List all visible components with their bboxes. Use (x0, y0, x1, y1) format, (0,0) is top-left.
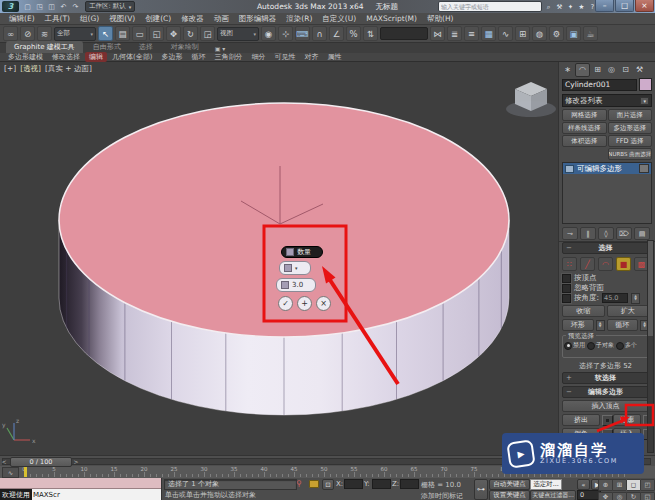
use-center-icon[interactable]: ◉ (261, 26, 276, 41)
grow-button[interactable]: 扩大 (607, 305, 650, 317)
undo-icon[interactable]: ↶ (58, 2, 69, 12)
create-tab-icon[interactable]: ∗ (561, 64, 574, 76)
modifier-stack[interactable]: 可编辑多边形 (562, 162, 652, 224)
select-object-icon[interactable]: ↖ (98, 26, 113, 41)
preview-selection-radio[interactable]: 多个 (616, 341, 637, 350)
render-setup-icon[interactable]: ⚙ (549, 26, 564, 41)
ribbon-panel-item[interactable]: 对齐 (300, 52, 322, 62)
max-logo-icon[interactable]: 3 (2, 1, 19, 12)
modifier-list-dropdown[interactable]: 修改器列表 ▾ (562, 94, 652, 107)
layer-manager-icon[interactable]: ≡ (464, 26, 479, 41)
remove-modifier-icon[interactable]: ⌦ (616, 227, 632, 240)
shrink-button[interactable]: 收缩 (562, 305, 605, 317)
soft-selection-rollout-header[interactable]: + 软选择 (562, 372, 649, 384)
absolute-offset-toggle-icon[interactable]: ⊡ (322, 479, 334, 490)
preview-selection-radio[interactable]: 禁用 (564, 341, 585, 350)
caddy-amount-field[interactable]: 3.0 (276, 278, 316, 292)
select-move-icon[interactable]: ✥ (166, 26, 181, 41)
modifier-set-button[interactable]: 网格选择 (562, 109, 607, 121)
previous-frame-icon[interactable]: « (577, 479, 590, 490)
menu-item[interactable]: 动画 (209, 14, 234, 24)
ring-spinner[interactable]: ▲▼ (596, 320, 605, 331)
by-vertex-checkbox[interactable] (562, 274, 571, 283)
selection-set-dropdown[interactable]: 选定对... (530, 479, 562, 490)
ribbon-panel-item[interactable]: 属性 (323, 52, 345, 62)
curve-editor-icon[interactable]: ∿ (498, 26, 513, 41)
stack-toggle-icon[interactable] (639, 164, 649, 173)
maximize-viewport-icon[interactable]: ◱ (640, 492, 655, 500)
orbit-icon[interactable]: ↻ (626, 492, 641, 500)
menu-item[interactable]: 修改器 (176, 14, 209, 24)
spinner-snap-icon[interactable]: ⇅ (363, 26, 378, 41)
pan-icon[interactable]: ✥ (598, 492, 613, 500)
select-rotate-icon[interactable]: ↻ (183, 26, 198, 41)
ribbon-panel-item[interactable]: 修改选择 (48, 52, 84, 62)
current-frame-marker[interactable] (24, 467, 27, 477)
communication-center-icon[interactable]: ✦ (566, 2, 575, 11)
window-crossing-icon[interactable]: ◱ (149, 26, 164, 41)
polygon-subobject-icon[interactable]: ■ (616, 257, 631, 271)
render-production-icon[interactable]: ☕ (583, 26, 598, 41)
menu-item[interactable]: MAXScript(M) (361, 14, 422, 23)
motion-tab-icon[interactable]: ◎ (605, 64, 618, 76)
caddy-cancel-button[interactable]: × (316, 296, 331, 311)
angle-snap-icon[interactable]: ∠ (329, 26, 344, 41)
caddy-ok-button[interactable]: ✓ (278, 296, 293, 311)
preview-selection-radio[interactable]: 子对象 (587, 341, 614, 350)
search-icon[interactable]: ⌕ (544, 2, 553, 11)
menu-item[interactable]: 图形编辑器 (234, 14, 282, 24)
object-name-field[interactable]: Cylinder001 (562, 79, 637, 91)
schematic-view-icon[interactable]: ⊞ (515, 26, 530, 41)
ribbon-toggle-icon[interactable]: ▦ (481, 26, 496, 41)
rendered-frame-icon[interactable]: ▣ (566, 26, 581, 41)
infocenter-search-input[interactable] (438, 1, 542, 12)
menu-item[interactable]: 视图(V) (104, 14, 140, 24)
set-key-button[interactable]: 设置关键点 (489, 490, 530, 500)
minimize-button[interactable]: – (595, 0, 614, 12)
insert-vertex-button[interactable]: 插入顶点 (562, 400, 649, 412)
ribbon-panel-item[interactable]: 几何体(全部) (108, 52, 156, 62)
menu-item[interactable]: 帮助(H) (422, 14, 459, 24)
menu-item[interactable]: 自定义(U) (317, 14, 361, 24)
caddy-group-dropdown[interactable]: ▾ (279, 261, 311, 275)
border-subobject-icon[interactable]: ◠ (598, 257, 613, 271)
selection-rollout-header[interactable]: − 选择 (562, 242, 649, 254)
viewport-pov-label[interactable]: [透视] (20, 64, 41, 74)
stack-item-editable-poly[interactable]: 可编辑多边形 (563, 163, 651, 174)
panel-scrollbar[interactable] (647, 240, 654, 453)
by-angle-field[interactable]: 45.0 (602, 293, 628, 303)
align-icon[interactable]: ≣ (447, 26, 462, 41)
settings-button[interactable] (602, 415, 613, 426)
next-frame-arrow[interactable]: > (72, 458, 80, 465)
caddy-apply-button[interactable]: + (297, 296, 312, 311)
select-and-link-icon[interactable]: ∞ (3, 26, 18, 41)
x-coordinate-field[interactable] (344, 479, 363, 489)
previous-frame-arrow[interactable]: < (0, 458, 8, 465)
select-manipulate-icon[interactable]: ⊹ (278, 26, 293, 41)
modifier-set-button[interactable]: 体积选择 (562, 135, 607, 147)
set-keys-button[interactable]: ⊶ (474, 479, 488, 500)
zoom-icon[interactable]: ⊕ (598, 479, 613, 491)
zoom-all-icon[interactable]: ⊞ (612, 479, 627, 491)
time-tag-button[interactable]: 添加时间标记 (421, 491, 463, 500)
close-button[interactable]: × (635, 0, 654, 12)
menu-item[interactable]: 组(G) (75, 14, 104, 24)
material-editor-icon[interactable]: ◍ (532, 26, 547, 41)
zoom-extents-icon[interactable]: ◻ (626, 479, 641, 491)
unlink-selection-icon[interactable]: ⊘ (20, 26, 35, 41)
select-scale-icon[interactable]: ◲ (200, 26, 215, 41)
redo-icon[interactable]: ↷ (70, 2, 81, 12)
ribbon-panel-item[interactable]: 可见性 (270, 52, 299, 62)
modifier-set-button[interactable]: 样条线选择 (562, 122, 607, 134)
ribbon-panel-item[interactable]: 多边形建模 (4, 52, 47, 62)
named-selection-set-field[interactable] (380, 27, 428, 40)
field-of-view-icon[interactable]: ◎ (612, 492, 627, 500)
ribbon-panel-item[interactable]: 多边形 (157, 52, 186, 62)
ribbon-panel-item[interactable]: 循环 (187, 52, 209, 62)
edit-poly-button[interactable]: 轮廓 (613, 414, 641, 426)
modifier-set-button[interactable]: NURBS 曲面选择 (608, 148, 653, 160)
favorites-icon[interactable]: ★ (577, 2, 586, 11)
auto-key-button[interactable]: 自动关键点 (489, 479, 530, 490)
hierarchy-tab-icon[interactable]: ⊞ (591, 64, 604, 76)
configure-modifier-sets-icon[interactable]: ▤ (634, 227, 650, 240)
